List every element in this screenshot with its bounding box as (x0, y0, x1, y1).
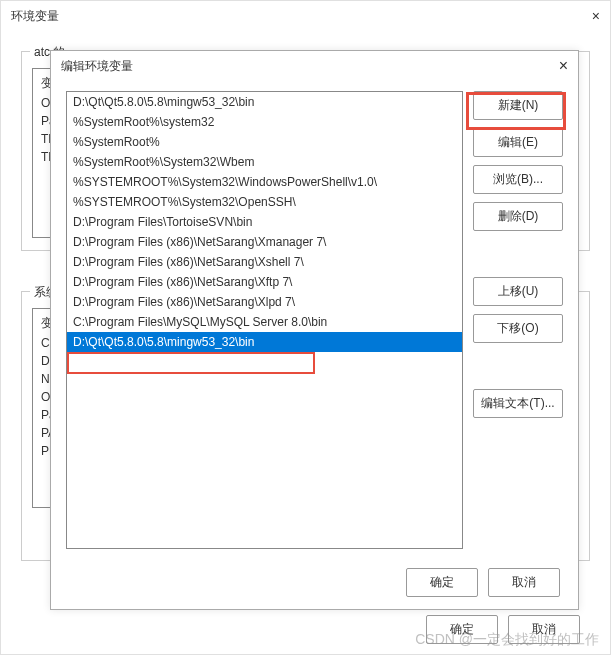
path-item[interactable]: D:\Qt\Qt5.8.0\5.8\mingw53_32\bin (67, 92, 462, 112)
delete-button[interactable]: 删除(D) (473, 202, 563, 231)
path-item[interactable]: %SYSTEMROOT%\System32\OpenSSH\ (67, 192, 462, 212)
movedown-button[interactable]: 下移(O) (473, 314, 563, 343)
inner-titlebar: 编辑环境变量 × (51, 51, 578, 81)
path-item[interactable]: D:\Qt\Qt5.8.0\5.8\mingw53_32\bin (67, 332, 462, 352)
outer-ok-button[interactable]: 确定 (426, 615, 498, 644)
button-column: 新建(N) 编辑(E) 浏览(B)... 删除(D) 上移(U) 下移(O) 编… (473, 91, 563, 549)
outer-cancel-button[interactable]: 取消 (508, 615, 580, 644)
path-item[interactable]: D:\Program Files (x86)\NetSarang\Xshell … (67, 252, 462, 272)
path-item[interactable]: D:\Program Files (x86)\NetSarang\Xlpd 7\ (67, 292, 462, 312)
path-item[interactable]: D:\Program Files (x86)\NetSarang\Xftp 7\ (67, 272, 462, 292)
inner-cancel-button[interactable]: 取消 (488, 568, 560, 597)
path-item[interactable]: %SystemRoot% (67, 132, 462, 152)
inner-ok-button[interactable]: 确定 (406, 568, 478, 597)
inner-footer: 确定 取消 (406, 568, 560, 597)
edit-env-var-dialog: 编辑环境变量 × D:\Qt\Qt5.8.0\5.8\mingw53_32\bi… (50, 50, 579, 610)
new-button[interactable]: 新建(N) (473, 91, 563, 120)
outer-close-icon[interactable]: × (592, 8, 600, 24)
path-item[interactable]: D:\Program Files\TortoiseSVN\bin (67, 212, 462, 232)
path-item[interactable]: D:\Program Files (x86)\NetSarang\Xmanage… (67, 232, 462, 252)
inner-content: D:\Qt\Qt5.8.0\5.8\mingw53_32\bin%SystemR… (51, 81, 578, 559)
edit-button[interactable]: 编辑(E) (473, 128, 563, 157)
outer-titlebar: 环境变量 × (1, 1, 610, 31)
outer-footer: 确定 取消 (426, 615, 580, 644)
path-item[interactable]: C:\Program Files\MySQL\MySQL Server 8.0\… (67, 312, 462, 332)
inner-close-icon[interactable]: × (559, 57, 568, 75)
inner-title: 编辑环境变量 (61, 58, 133, 75)
browse-button[interactable]: 浏览(B)... (473, 165, 563, 194)
path-item[interactable]: %SystemRoot%\System32\Wbem (67, 152, 462, 172)
path-item[interactable]: %SystemRoot%\system32 (67, 112, 462, 132)
moveup-button[interactable]: 上移(U) (473, 277, 563, 306)
path-listbox[interactable]: D:\Qt\Qt5.8.0\5.8\mingw53_32\bin%SystemR… (66, 91, 463, 549)
path-item[interactable]: %SYSTEMROOT%\System32\WindowsPowerShell\… (67, 172, 462, 192)
outer-title: 环境变量 (11, 8, 59, 25)
edittext-button[interactable]: 编辑文本(T)... (473, 389, 563, 418)
